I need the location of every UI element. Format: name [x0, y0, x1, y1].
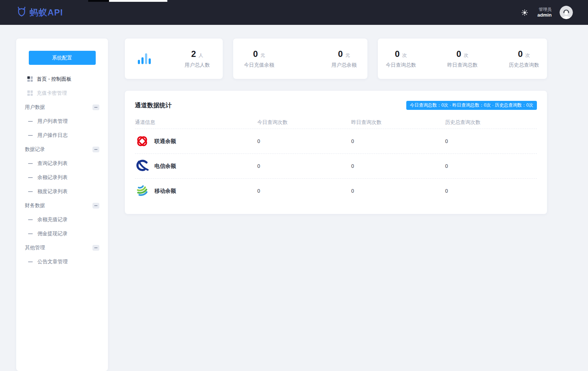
sidebar-item-label: 充值卡密管理 [37, 90, 67, 97]
grid-icon [27, 90, 33, 96]
stat-block: 0 元 用户总余额 [331, 49, 357, 68]
ant-logo-icon [16, 6, 27, 19]
user-role: 管理员 [537, 7, 552, 12]
cell-yesterday: 0 [351, 163, 445, 169]
sidebar-section-other-management[interactable]: 其他管理 [16, 241, 108, 255]
sidebar-section-data-records[interactable]: 数据记录 [16, 142, 108, 156]
table-row-unicom: 联通余额 0 0 0 [135, 129, 537, 153]
dash-icon [28, 233, 33, 234]
stat-card-users: 2 人 用户总人数 [125, 39, 223, 79]
sidebar-item-commission-withdrawals[interactable]: 佣金提现记录 [16, 227, 108, 241]
stat-label: 历史总查询数 [509, 62, 539, 68]
browser-tab-artifact-light [109, 0, 167, 2]
user-info[interactable]: 管理员 admin [537, 7, 552, 18]
stat-unit: 人 [199, 52, 203, 59]
sidebar-menu: 首页 - 控制面板 充值卡密管理 用户数据 用户列表管理 用户操作日志 数据记录… [16, 72, 108, 269]
sidebar-item-announcements[interactable]: 公告文章管理 [16, 255, 108, 269]
cell-today: 0 [257, 138, 351, 144]
logo-text: 蚂蚁API [30, 7, 63, 18]
col-header-yesterday: 昨日查询次数 [351, 119, 445, 126]
sidebar-item-label: 额度记录列表 [37, 188, 68, 195]
sidebar-item-dashboard[interactable]: 首页 - 控制面板 [16, 72, 108, 86]
panel-title: 通道数据统计 [135, 101, 172, 109]
app-logo[interactable]: 蚂蚁API [16, 6, 63, 19]
stat-unit: 次 [402, 52, 407, 59]
stat-block: 0 次 今日查询总数 [386, 49, 416, 68]
stat-unit: 元 [261, 52, 265, 59]
sidebar-item-label: 用户列表管理 [37, 118, 68, 125]
sidebar-item-label: 佣金提现记录 [37, 231, 68, 237]
stat-unit: 次 [525, 52, 530, 59]
sidebar-item-user-list[interactable]: 用户列表管理 [16, 114, 108, 128]
stat-block: 2 人 用户总人数 [185, 49, 210, 68]
sidebar-item-label: 余额记录列表 [37, 174, 68, 181]
cell-total: 0 [445, 188, 537, 194]
navbar-right: 管理员 admin [520, 6, 573, 19]
user-name: admin [537, 12, 552, 18]
stat-value: 0 [456, 49, 461, 59]
sidebar-item-label: 公告文章管理 [37, 259, 68, 265]
china-telecom-logo-icon [135, 159, 149, 173]
sidebar-item-label: 首页 - 控制面板 [37, 76, 71, 82]
dash-icon [28, 191, 33, 192]
channel-stats-panel: 通道数据统计 今日查询总数：0次 · 昨日查询总数：0次 · 历史总查询数：0次… [125, 91, 547, 214]
stat-block: 0 次 昨日查询总数 [447, 49, 478, 68]
sidebar-item-query-records[interactable]: 查询记录列表 [16, 156, 108, 170]
stat-label: 用户总余额 [331, 62, 357, 68]
stat-label: 昨日查询总数 [447, 62, 478, 68]
collapse-minus-icon[interactable] [92, 104, 99, 110]
cell-total: 0 [445, 138, 537, 144]
cell-yesterday: 0 [351, 138, 445, 144]
sidebar-item-recharge-records[interactable]: 余额充值记录 [16, 213, 108, 227]
sidebar-item-label: 查询记录列表 [37, 160, 68, 167]
stat-block: 0 元 今日充值余额 [244, 49, 274, 68]
sidebar-section-label: 数据记录 [25, 146, 45, 153]
collapse-minus-icon[interactable] [92, 147, 99, 152]
sidebar-item-label: 余额充值记录 [37, 216, 68, 223]
table-row-mobile: 移动余额 0 0 0 [135, 178, 537, 203]
sidebar-item-recharge-cards[interactable]: 充值卡密管理 [16, 86, 108, 100]
stat-cards-row: 2 人 用户总人数 0 元 今日充值余额 0 元 用户总余额 0 次 [125, 39, 547, 79]
sidebar-item-label: 用户操作日志 [37, 132, 68, 139]
stat-value: 0 [395, 49, 399, 59]
avatar[interactable] [560, 6, 573, 19]
collapse-minus-icon[interactable] [92, 203, 99, 209]
sidebar-section-user-data[interactable]: 用户数据 [16, 100, 108, 114]
stat-label: 今日充值余额 [244, 62, 274, 68]
sidebar-section-label: 财务数据 [25, 202, 45, 209]
browser-tab-artifact-dark [88, 0, 109, 2]
channel-name: 电信余额 [154, 163, 176, 170]
col-header-today: 今日查询次数 [257, 119, 351, 126]
grid-icon [27, 76, 33, 82]
sidebar: 系统配置 首页 - 控制面板 充值卡密管理 用户数据 用户列表管理 用户操作日志… [16, 39, 108, 371]
cell-yesterday: 0 [351, 188, 445, 194]
sidebar-item-quota-records[interactable]: 额度记录列表 [16, 184, 108, 198]
summary-badge: 今日查询总数：0次 · 昨日查询总数：0次 · 历史总查询数：0次 [406, 101, 537, 110]
stat-label: 今日查询总数 [386, 62, 416, 68]
sidebar-section-finance-data[interactable]: 财务数据 [16, 198, 108, 213]
sidebar-section-label: 其他管理 [25, 245, 45, 251]
table-row-telecom: 电信余额 0 0 0 [135, 153, 537, 178]
channel-table: 通道信息 今日查询次数 昨日查询次数 历史总查询次数 联通余额 [135, 116, 537, 203]
sidebar-item-balance-records[interactable]: 余额记录列表 [16, 170, 108, 184]
top-navbar: 蚂蚁API 管理员 admin [0, 0, 588, 25]
stat-card-balances: 0 元 今日充值余额 0 元 用户总余额 [233, 39, 367, 79]
dash-icon [28, 163, 33, 164]
table-header-row: 通道信息 今日查询次数 昨日查询次数 历史总查询次数 [135, 116, 537, 129]
collapse-minus-icon[interactable] [92, 245, 99, 251]
system-config-button[interactable]: 系统配置 [29, 51, 96, 65]
dash-icon [28, 121, 33, 122]
sidebar-item-user-logs[interactable]: 用户操作日志 [16, 128, 108, 142]
dash-icon [28, 177, 33, 178]
theme-toggle-sun-icon[interactable] [520, 8, 529, 17]
bar-chart-icon [138, 53, 151, 64]
stat-card-queries: 0 次 今日查询总数 0 次 昨日查询总数 0 次 历史总查询数 [378, 39, 547, 79]
china-mobile-logo-icon [135, 184, 149, 198]
channel-name: 移动余额 [154, 188, 176, 195]
col-header-channel: 通道信息 [135, 119, 257, 126]
col-header-total: 历史总查询次数 [445, 119, 537, 126]
stat-value: 0 [338, 49, 343, 59]
cell-today: 0 [257, 188, 351, 194]
stat-block: 0 次 历史总查询数 [509, 49, 539, 68]
sidebar-section-label: 用户数据 [25, 104, 45, 111]
